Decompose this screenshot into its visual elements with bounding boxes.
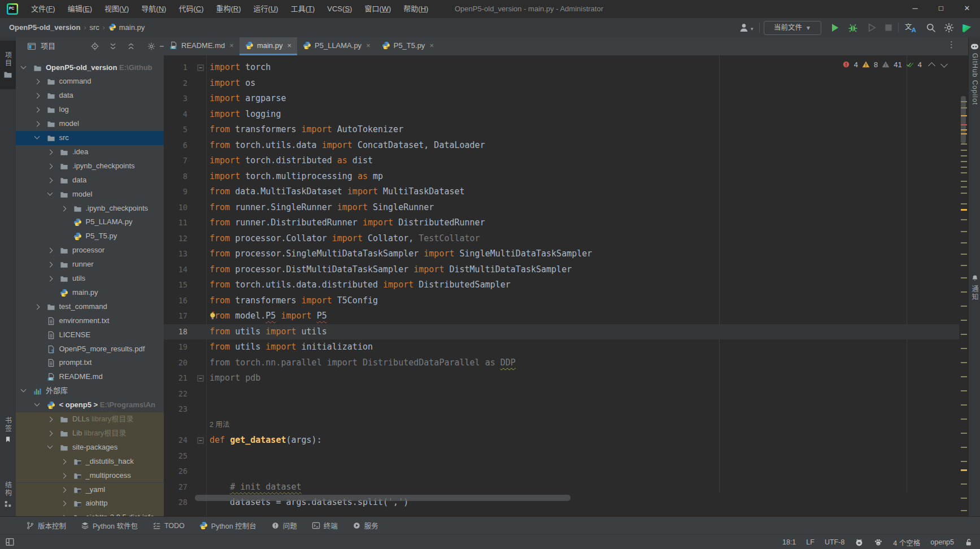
code-line[interactable]: 7import torch.distributed as dist <box>164 153 959 169</box>
menu-U[interactable]: 运行(U) <box>247 0 285 18</box>
line-number[interactable]: 16 <box>164 293 188 309</box>
line-number[interactable]: 18 <box>164 324 188 340</box>
unlock-icon[interactable] <box>964 538 973 547</box>
line-number[interactable]: 8 <box>164 169 188 185</box>
run-configuration-select[interactable]: 当前文件▼ <box>764 21 821 35</box>
close-button[interactable]: ✕ <box>954 0 980 18</box>
line-number[interactable]: 23 <box>164 402 188 417</box>
expand-all-icon[interactable] <box>108 42 117 51</box>
code-line[interactable]: 22 <box>164 386 959 402</box>
menu-F[interactable]: 文件(F) <box>25 0 62 18</box>
run-button[interactable] <box>829 22 840 33</box>
inspection-widget[interactable]: 4 8 41 4 <box>842 59 947 70</box>
menu-C[interactable]: 代码(C) <box>172 0 210 18</box>
file-encoding[interactable]: UTF-8 <box>825 538 844 546</box>
line-number[interactable]: 5 <box>164 122 188 138</box>
chevron-down-icon[interactable] <box>47 190 53 195</box>
tree-row[interactable]: command <box>16 75 164 89</box>
code-line[interactable]: 20from torch.nn.parallel import Distribu… <box>164 355 959 371</box>
maximize-button[interactable]: ☐ <box>928 0 954 18</box>
line-number[interactable]: 28 <box>164 495 188 511</box>
line-number[interactable]: 24 <box>164 433 188 448</box>
stripe-tab-project[interactable]: 项目 <box>0 41 16 89</box>
fold-marker-icon[interactable] <box>197 64 204 71</box>
code-line[interactable]: 8import torch.multiprocessing as mp <box>164 169 959 185</box>
code-line[interactable]: 9from data.MultiTaskDataset import Multi… <box>164 184 959 200</box>
tree-row[interactable]: runner <box>16 258 164 272</box>
tree-row[interactable]: _distutils_hack <box>16 455 164 469</box>
fold-marker-icon[interactable] <box>197 375 204 382</box>
code-line[interactable]: 10from runner.SingleRunner import Single… <box>164 200 959 216</box>
line-number[interactable]: 9 <box>164 184 188 200</box>
line-number[interactable]: 4 <box>164 107 188 123</box>
code-line[interactable]: 1import torch <box>164 60 959 76</box>
tree-row[interactable]: OpenP5-old_version E:\Github <box>16 61 164 75</box>
python-interpreter[interactable]: openp5 <box>930 538 954 546</box>
line-number[interactable]: 15 <box>164 277 188 293</box>
code-line[interactable]: 27 # init dataset <box>164 480 959 495</box>
run-with-coverage-button[interactable] <box>866 22 877 33</box>
prev-problem-icon[interactable] <box>928 62 935 69</box>
tree-row[interactable]: utils <box>16 272 164 286</box>
layout-icon[interactable] <box>5 537 15 547</box>
line-number[interactable]: 27 <box>164 480 188 495</box>
tree-row[interactable]: data <box>16 173 164 188</box>
next-problem-icon[interactable] <box>940 60 948 68</box>
user-account-icon[interactable] <box>738 22 750 33</box>
code-line[interactable]: 12from processor.Collator import Collato… <box>164 231 959 247</box>
code-line[interactable]: 17from model.P5 import P5 <box>164 308 959 324</box>
chevron-down-icon[interactable] <box>21 387 27 393</box>
tree-row[interactable]: _yaml <box>16 483 164 497</box>
intention-bulb-icon[interactable] <box>208 312 217 320</box>
line-number[interactable]: 26 <box>164 464 188 480</box>
tree-row[interactable]: test_command <box>16 300 164 314</box>
chevron-right-icon[interactable] <box>34 79 40 85</box>
line-number[interactable]: 14 <box>164 262 188 278</box>
line-number[interactable]: 7 <box>164 153 188 169</box>
menu-R[interactable]: 重构(R) <box>210 0 247 18</box>
menu-S[interactable]: VCS(S) <box>321 0 358 18</box>
editor-tab-P5_T5-py[interactable]: P5_T5.py× <box>376 37 439 55</box>
code-line[interactable]: 23 <box>164 402 959 417</box>
minimize-button[interactable]: ─ <box>902 0 928 18</box>
line-number[interactable]: 22 <box>164 386 188 402</box>
tree-row[interactable]: model <box>16 117 164 131</box>
code-line[interactable]: 2 用法 <box>164 417 959 433</box>
close-icon[interactable]: × <box>229 41 234 50</box>
menu-N[interactable]: 导航(N) <box>135 0 172 18</box>
code-line[interactable]: 15from torch.utils.data.distributed impo… <box>164 277 959 293</box>
breadcrumb-item[interactable]: main.py <box>119 18 145 37</box>
locate-file-icon[interactable] <box>90 42 99 51</box>
stripe-tab-notifications[interactable]: 通知 <box>969 274 980 301</box>
fold-marker-icon[interactable] <box>197 437 204 444</box>
more-tabs-icon[interactable]: ⋮ <box>947 40 956 50</box>
line-number[interactable]: 13 <box>164 246 188 262</box>
debug-button[interactable] <box>847 22 859 33</box>
code-editor[interactable]: 1import torch2import os3import argparse4… <box>164 55 968 516</box>
caret-position[interactable]: 18:1 <box>782 538 796 546</box>
breadcrumb-item[interactable]: src <box>89 18 99 37</box>
toolwindow-button-layers[interactable]: Python 软件包 <box>81 520 138 531</box>
line-number[interactable]: 11 <box>164 215 188 231</box>
collapse-all-icon[interactable] <box>127 42 136 51</box>
toolwindow-button-service[interactable]: 服务 <box>352 520 378 531</box>
indent-setting[interactable]: 4 个空格 <box>893 537 920 548</box>
chevron-right-icon[interactable] <box>34 93 40 99</box>
tree-row[interactable]: P5_T5.py <box>16 229 164 243</box>
chevron-right-icon[interactable] <box>47 417 53 422</box>
line-number[interactable]: 20 <box>164 355 188 371</box>
code-line[interactable]: 24def get_dataset(args): <box>164 433 959 448</box>
pig-plugin-icon[interactable] <box>855 538 864 547</box>
menu-W[interactable]: 窗口(W) <box>358 0 397 18</box>
line-number[interactable]: 10 <box>164 200 188 216</box>
line-number[interactable]: 2 <box>164 76 188 91</box>
paw-plugin-icon[interactable]: du <box>874 538 883 547</box>
chevron-right-icon[interactable] <box>60 501 66 507</box>
code-line[interactable]: 16from transformers import T5Config <box>164 293 959 309</box>
chevron-right-icon[interactable] <box>60 459 66 464</box>
tree-row[interactable]: P5_LLAMA.py <box>16 215 164 229</box>
tree-row[interactable]: aiohttp <box>16 496 164 511</box>
chevron-right-icon[interactable] <box>34 304 40 310</box>
chevron-right-icon[interactable] <box>47 177 53 183</box>
tree-row[interactable]: ?OpenP5_more_results.pdf <box>16 342 164 356</box>
